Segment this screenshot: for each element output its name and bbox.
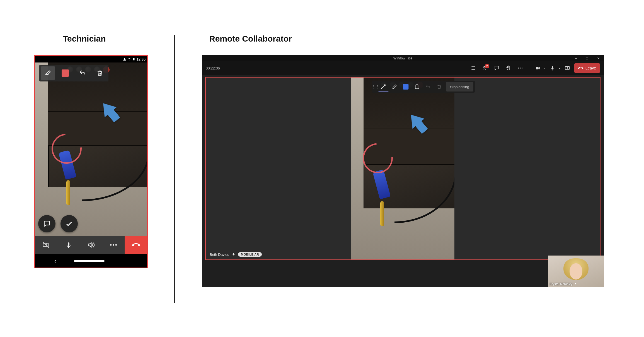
undo-button[interactable] bbox=[423, 82, 433, 92]
leave-label: Leave bbox=[585, 66, 596, 70]
camera-toggle-button[interactable] bbox=[35, 236, 57, 254]
self-video-content bbox=[563, 257, 589, 285]
mobile-call-controls bbox=[35, 236, 147, 254]
signal-icon bbox=[123, 57, 126, 61]
back-button[interactable]: ‹ bbox=[54, 258, 56, 264]
pen-tool-button[interactable] bbox=[389, 82, 400, 92]
technician-mobile-device: 12:30 bbox=[34, 55, 148, 268]
mobile-camera-view[interactable] bbox=[35, 62, 147, 236]
people-badge: 2 bbox=[485, 64, 489, 68]
wifi-icon bbox=[127, 57, 131, 61]
window-title-bar: Window Title ─ ☐ ✕ bbox=[202, 55, 604, 61]
shared-content-stage[interactable]: ⋮⋮ S bbox=[205, 77, 601, 260]
raise-hand-button[interactable] bbox=[504, 63, 513, 73]
color-picker-button[interactable] bbox=[400, 82, 411, 92]
delete-all-button[interactable] bbox=[434, 82, 444, 92]
chat-panel-button[interactable] bbox=[492, 63, 502, 73]
color-picker-button[interactable] bbox=[58, 66, 72, 80]
participant-name: Beth Davies bbox=[210, 252, 229, 257]
speaker-button[interactable] bbox=[80, 236, 102, 254]
window-minimize-button[interactable]: ─ bbox=[570, 55, 582, 61]
meeting-stage-area: ⋮⋮ S bbox=[202, 75, 604, 287]
svg-point-2 bbox=[115, 244, 117, 245]
delete-button[interactable] bbox=[93, 66, 107, 80]
camera-button[interactable] bbox=[533, 63, 543, 73]
svg-point-5 bbox=[520, 68, 520, 68]
collaborator-heading: Remote Collaborator bbox=[209, 34, 292, 44]
svg-point-8 bbox=[381, 88, 382, 89]
stop-editing-button[interactable]: Stop editing bbox=[446, 82, 473, 92]
svg-rect-9 bbox=[416, 85, 418, 88]
svg-point-0 bbox=[110, 244, 112, 245]
leave-button[interactable]: Leave bbox=[574, 63, 600, 73]
mic-button[interactable] bbox=[548, 63, 557, 73]
home-gesture-pill[interactable] bbox=[74, 260, 105, 262]
participant-mic-icon bbox=[232, 252, 235, 256]
call-timer: 00:22:06 bbox=[206, 66, 220, 70]
mic-dropdown-icon[interactable]: ▾ bbox=[559, 67, 560, 70]
place-object-button[interactable] bbox=[411, 82, 422, 92]
camera-dropdown-icon[interactable]: ▾ bbox=[544, 67, 546, 70]
window-title: Window Title bbox=[393, 56, 412, 60]
participants-list-button[interactable] bbox=[469, 63, 478, 73]
people-button[interactable]: 2 bbox=[480, 63, 490, 73]
participant-mode-tag: MOBILE AR bbox=[238, 252, 262, 257]
share-screen-button[interactable] bbox=[563, 63, 572, 73]
collaborator-desktop-window: Window Title ─ ☐ ✕ 00:22:06 2 bbox=[202, 55, 604, 287]
mobile-status-bar: 12:30 bbox=[35, 56, 147, 62]
participant-label: Beth Davies MOBILE AR bbox=[210, 252, 262, 257]
mobile-nav-bar: ‹ bbox=[35, 254, 147, 268]
status-time: 12:30 bbox=[136, 57, 146, 61]
self-mic-icon bbox=[574, 282, 577, 286]
meeting-top-bar: 00:22:06 2 ▾ bbox=[202, 61, 604, 75]
svg-point-1 bbox=[113, 244, 114, 245]
mic-toggle-button[interactable] bbox=[57, 236, 80, 254]
mixed-reality-toolbar: ⋮⋮ S bbox=[372, 81, 475, 93]
vertical-divider bbox=[174, 35, 175, 303]
toolbar-drag-handle-icon[interactable]: ⋮⋮ bbox=[374, 82, 377, 92]
window-close-button[interactable]: ✕ bbox=[593, 55, 604, 61]
arrow-3d-tool-button[interactable] bbox=[378, 82, 389, 92]
svg-point-4 bbox=[518, 68, 519, 68]
mobile-annotation-toolbar bbox=[39, 65, 108, 81]
toolbar-separator bbox=[529, 65, 529, 71]
shared-camera-view bbox=[351, 78, 454, 259]
svg-point-6 bbox=[522, 68, 522, 68]
chat-button[interactable] bbox=[38, 215, 55, 232]
battery-icon bbox=[132, 57, 135, 61]
pen-tool-button[interactable] bbox=[41, 66, 55, 80]
undo-button[interactable] bbox=[75, 66, 90, 80]
self-name: Krystal McKinley bbox=[550, 282, 572, 286]
window-maximize-button[interactable]: ☐ bbox=[582, 55, 593, 61]
self-video-thumbnail[interactable]: Krystal McKinley bbox=[548, 256, 604, 287]
technician-heading: Technician bbox=[63, 34, 106, 44]
more-actions-button[interactable] bbox=[515, 63, 525, 73]
more-options-button[interactable] bbox=[102, 236, 125, 254]
hangup-button[interactable] bbox=[125, 236, 147, 254]
confirm-button[interactable] bbox=[60, 215, 78, 232]
mobile-lower-buttons bbox=[38, 215, 78, 232]
